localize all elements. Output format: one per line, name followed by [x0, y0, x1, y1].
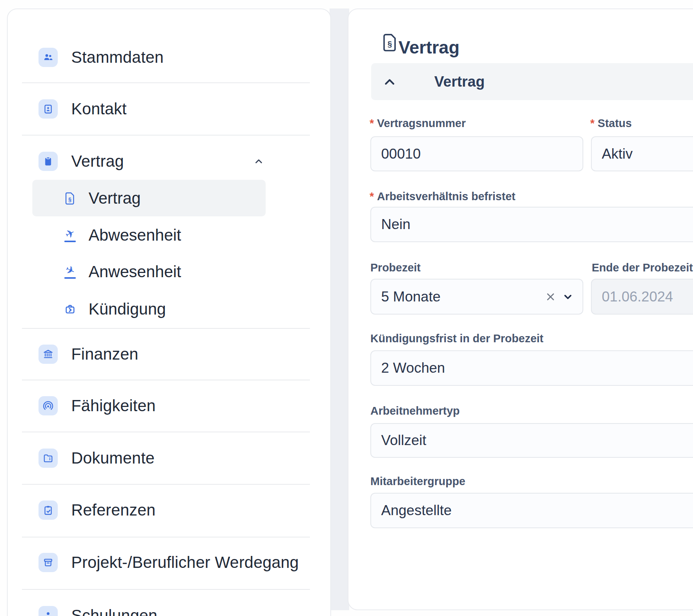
plane-arrival-icon: ✈	[64, 265, 77, 278]
sidebar-subitem-abwesenheit[interactable]: ✈ Abwesenheit	[32, 217, 266, 253]
probezeit-select[interactable]: 5 Monate	[370, 279, 583, 315]
file-paragraph-icon: §	[382, 32, 398, 54]
field-label-probezeit: Probezeit	[370, 261, 421, 274]
id-badge-icon	[38, 99, 58, 119]
sidebar-item-label: Projekt-/Beruflicher Werdegang	[71, 553, 299, 572]
befristet-value: Nein	[381, 216, 410, 233]
mitarbeitergruppe-value: Angestellte	[381, 502, 452, 519]
svg-text:§: §	[68, 196, 71, 202]
kuendigungsfrist-input[interactable]: 2 Wochen	[370, 350, 693, 386]
field-label-ende-probezeit: Ende der Probezeit	[592, 261, 693, 274]
file-paragraph-icon: §	[64, 192, 77, 205]
signal-arcs-icon	[38, 396, 58, 415]
section-title: Vertrag	[434, 74, 485, 90]
employee-nav-sidebar: Stammdaten Kontakt Vertrag	[7, 8, 331, 616]
sidebar-item-label: Stammdaten	[71, 48, 164, 67]
folder-icon	[38, 449, 58, 468]
field-label-vertragsnummer: *Vertragsnummer	[370, 117, 466, 130]
sidebar-item-label: Vertrag	[71, 152, 124, 171]
sidebar-item-label: Kontakt	[71, 100, 127, 118]
sidebar-subitem-label: Kündigung	[89, 300, 166, 318]
card-gap	[330, 8, 349, 610]
sidebar-subitem-vertrag[interactable]: § Vertrag	[32, 180, 266, 216]
required-asterisk: *	[590, 117, 594, 129]
sidebar-item-label: Dokumente	[71, 449, 155, 467]
field-label-arbeitnehmertyp: Arbeitnehmertyp	[370, 404, 460, 417]
clipboard-check-icon	[38, 500, 58, 520]
arbeitnehmertyp-input[interactable]: Vollzeit	[370, 423, 693, 458]
sidebar-item-schulungen[interactable]: Schulungen	[8, 590, 332, 616]
clipboard-icon	[38, 152, 58, 171]
sidebar-subitem-label: Anwesenheit	[89, 263, 181, 281]
sidebar-item-referenzen[interactable]: Referenzen	[8, 484, 332, 536]
field-label-kuendigungsfrist: Kündigungsfrist in der Probezeit	[370, 332, 544, 345]
sidebar-item-finanzen[interactable]: Finanzen	[8, 328, 332, 380]
users-icon	[38, 48, 58, 67]
sidebar-item-kontakt[interactable]: Kontakt	[8, 83, 332, 135]
ende-probezeit-input: 01.06.2024	[591, 279, 693, 315]
sidebar-item-stammdaten[interactable]: Stammdaten	[8, 32, 332, 83]
sidebar-subitem-kuendigung[interactable]: Kündigung	[32, 291, 266, 327]
status-input[interactable]: Aktiv	[591, 136, 693, 171]
field-label-status: *Status	[590, 117, 632, 130]
plane-departure-icon: ✈	[64, 229, 77, 242]
sidebar-subitem-label: Vertrag	[89, 189, 141, 208]
befristet-input[interactable]: Nein	[370, 207, 693, 242]
sidebar-item-label: Referenzen	[71, 501, 156, 519]
sidebar-item-dokumente[interactable]: Dokumente	[8, 432, 332, 484]
required-asterisk: *	[370, 190, 374, 203]
sidebar-subitem-anwesenheit[interactable]: ✈ Anwesenheit	[32, 253, 266, 290]
probezeit-value: 5 Monate	[381, 289, 440, 305]
vertrag-panel: § Vertrag Vertrag *Vertragsnummer *Statu…	[348, 8, 693, 610]
person-icon	[38, 606, 58, 616]
required-asterisk: *	[370, 117, 374, 129]
sidebar-item-label: Schulungen	[71, 606, 157, 616]
status-value: Aktiv	[602, 146, 633, 162]
sidebar-item-label: Finanzen	[71, 345, 138, 363]
chevron-down-icon[interactable]	[562, 291, 574, 303]
archive-box-icon	[38, 553, 58, 572]
vertragsnummer-value: 00010	[381, 146, 421, 162]
sidebar-subitem-label: Abwesenheit	[89, 226, 181, 244]
clear-icon[interactable]	[545, 291, 556, 303]
kuendigungsfrist-value: 2 Wochen	[381, 360, 445, 376]
mitarbeitergruppe-input[interactable]: Angestellte	[370, 493, 693, 528]
field-label-mitarbeitergruppe: Mitarbeitergruppe	[370, 475, 465, 488]
section-chevron-up-icon[interactable]	[383, 77, 396, 88]
section-header-vertrag[interactable]: Vertrag	[371, 63, 693, 100]
chevron-up-icon[interactable]	[253, 156, 264, 168]
vertragsnummer-input[interactable]: 00010	[370, 136, 583, 171]
arbeitnehmertyp-value: Vollzeit	[381, 432, 426, 449]
sidebar-item-werdegang[interactable]: Projekt-/Beruflicher Werdegang	[8, 537, 332, 588]
briefcase-arrow-icon	[64, 303, 77, 316]
sidebar-item-vertrag[interactable]: Vertrag	[8, 136, 332, 187]
bank-icon	[38, 345, 58, 364]
page-title: Vertrag	[398, 37, 460, 58]
sidebar-item-faehigkeiten[interactable]: Fähigkeiten	[8, 380, 332, 432]
ende-probezeit-value: 01.06.2024	[602, 289, 673, 305]
sidebar-item-label: Fähigkeiten	[71, 397, 156, 415]
svg-text:§: §	[387, 39, 392, 48]
field-label-befristet: *Arbeitsverhältnis befristet	[370, 190, 516, 203]
